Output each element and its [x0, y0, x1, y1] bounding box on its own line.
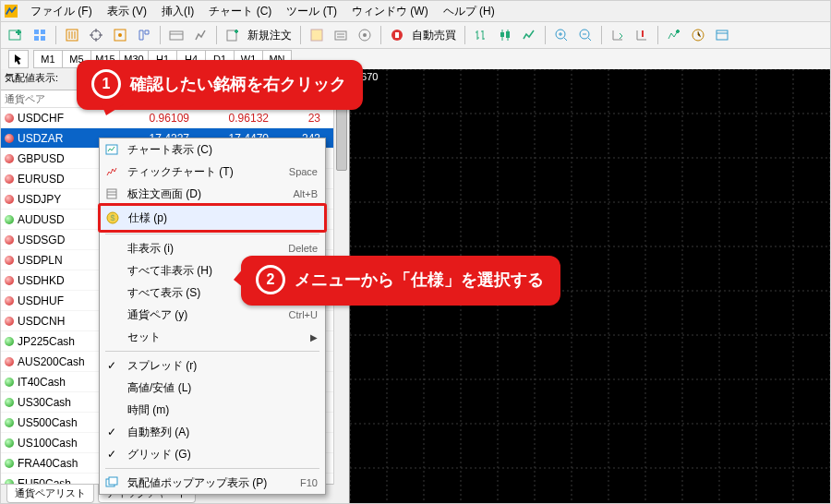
new-order-button[interactable] [222, 24, 244, 46]
indicators-button[interactable] [663, 24, 685, 46]
ctx-item[interactable]: 気配値ポップアップ表示 (P)F10 [100, 472, 325, 494]
svg-rect-5 [41, 36, 45, 41]
symbol-name: USDZAR [18, 132, 63, 145]
data-window-button[interactable] [109, 24, 131, 46]
ctx-item[interactable]: ✓自動整列 (A) [100, 421, 325, 443]
direction-icon [5, 337, 14, 346]
blank-icon [103, 402, 120, 418]
ctx-item[interactable]: セット▶ [100, 326, 325, 348]
candlestick-button[interactable] [494, 24, 516, 46]
blank-icon [103, 284, 120, 301]
submenu-arrow-icon: ▶ [310, 332, 318, 342]
ctx-item-label: スプレッド (r) [127, 358, 318, 374]
new-order-label[interactable]: 新規注文 [246, 28, 295, 43]
svg-text:$: $ [110, 213, 114, 222]
bid-value: 0.96109 [115, 112, 195, 125]
spread-value: 23 [274, 112, 326, 125]
zoom-in-button[interactable] [550, 24, 572, 46]
strategy-tester-button[interactable] [189, 24, 211, 46]
ctx-item[interactable]: ✓スプレッド (r) [100, 354, 325, 377]
ctx-item[interactable]: 板注文画面 (D)Alt+B [100, 183, 325, 205]
cursor-button[interactable] [8, 50, 29, 68]
ctx-item-label: 高値/安値 (L) [127, 380, 318, 396]
symbol-name: USDHKD [18, 274, 65, 287]
auto-trading-label[interactable]: 自動売買 [410, 28, 460, 43]
line-chart-button[interactable] [518, 24, 540, 46]
blank-icon [103, 240, 120, 257]
crosshair-button[interactable] [85, 24, 107, 46]
templates-button[interactable] [711, 24, 733, 46]
ctx-item-label: 時間 (m) [127, 402, 318, 418]
direction-icon [5, 438, 14, 448]
chart-shift-button[interactable] [631, 24, 653, 46]
direction-icon [5, 357, 14, 366]
menu-separator [105, 351, 319, 352]
menu-separator [105, 468, 319, 469]
menu-chart[interactable]: チャート (C) [201, 2, 279, 21]
profiles-button[interactable] [29, 24, 51, 46]
separator [216, 26, 217, 44]
menu-window[interactable]: ウィンドウ (W) [344, 2, 436, 21]
ctx-item-label: 自動整列 (A) [127, 425, 318, 440]
options-button[interactable] [330, 24, 352, 46]
scrollbar-thumb[interactable] [336, 104, 347, 171]
menu-file[interactable]: ファイル (F) [23, 2, 100, 21]
direction-icon [5, 235, 14, 245]
auto-scroll-button[interactable] [607, 24, 629, 46]
shortcut-label: Delete [288, 243, 318, 254]
ask-value: 0.96132 [195, 112, 274, 125]
ctx-item[interactable]: 時間 (m) [100, 399, 325, 421]
tab-symbol-list[interactable]: 通貨ペアリスト [6, 485, 94, 503]
ctx-item-label: 仕様 (p) [128, 210, 317, 226]
direction-icon [5, 256, 14, 265]
svg-rect-10 [170, 31, 183, 40]
symbol-name: FRA40Cash [18, 457, 78, 470]
menu-tools[interactable]: ツール (T) [279, 2, 344, 21]
menu-help[interactable]: ヘルプ (H) [436, 2, 502, 21]
symbol-name: AUDUSD [18, 213, 65, 226]
separator [657, 26, 658, 44]
timeframe-M1[interactable]: M1 [33, 50, 63, 68]
symbol-name: US500Cash [18, 416, 78, 429]
tick-icon [103, 163, 120, 180]
direction-icon [5, 276, 14, 285]
blank-icon [103, 306, 120, 323]
menu-view[interactable]: 表示 (V) [100, 2, 154, 21]
app-logo-icon [5, 5, 18, 18]
direction-icon [5, 296, 14, 306]
svg-rect-2 [34, 30, 39, 34]
ctx-item[interactable]: $仕様 (p) [98, 203, 327, 233]
market-row-USDCHF[interactable]: USDCHF0.961090.9613223 [1, 108, 349, 128]
ctx-item[interactable]: 通貨ペア (y)Ctrl+U [100, 304, 325, 326]
periods-button[interactable] [687, 24, 709, 46]
fullscreen-button[interactable] [354, 24, 376, 46]
navigator-button[interactable] [133, 24, 155, 46]
ctx-item-label: 通貨ペア (y) [127, 307, 282, 323]
svg-rect-19 [506, 31, 510, 38]
bar-chart-button[interactable] [470, 24, 492, 46]
direction-icon [5, 134, 14, 143]
ctx-item-label: 板注文画面 (D) [127, 186, 285, 202]
ctx-item[interactable]: チャート表示 (C) [100, 138, 325, 161]
context-menu: チャート表示 (C)ティックチャート (T)Space板注文画面 (D)Alt+… [99, 138, 326, 495]
symbol-name: EU50Cash [18, 477, 71, 485]
symbol-name: AUS200Cash [18, 355, 85, 368]
direction-icon [5, 378, 14, 387]
spec-icon: $ [104, 210, 121, 226]
menu-insert[interactable]: 挿入(I) [154, 2, 201, 21]
symbol-name: USDJPY [18, 193, 61, 206]
ctx-item[interactable]: ティックチャート (T)Space [100, 161, 325, 183]
meta-editor-button[interactable] [306, 24, 328, 46]
ctx-item[interactable]: 高値/安値 (L) [100, 377, 325, 399]
ctx-item-label: ティックチャート (T) [127, 164, 282, 180]
auto-trading-button[interactable] [386, 24, 408, 46]
new-chart-button[interactable] [5, 24, 27, 46]
ctx-item[interactable]: ✓グリッド (G) [100, 443, 325, 465]
zoom-out-button[interactable] [574, 24, 596, 46]
symbol-name: USDSGD [18, 234, 65, 246]
terminal-button[interactable] [165, 24, 187, 46]
market-watch-button[interactable] [61, 24, 83, 46]
direction-icon [5, 174, 14, 184]
shortcut-label: F10 [300, 477, 318, 488]
direction-icon [5, 459, 14, 468]
